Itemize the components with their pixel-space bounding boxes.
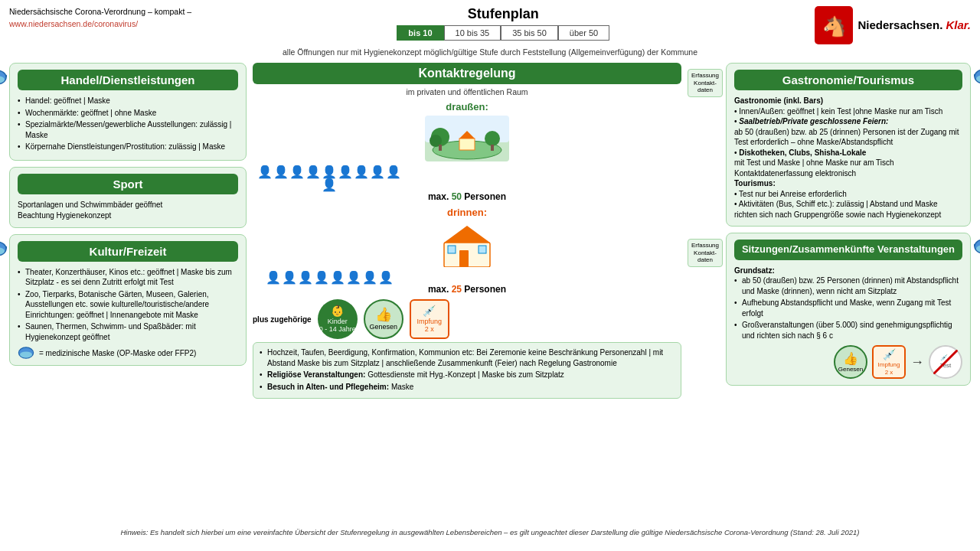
website-link[interactable]: www.niedersachsen.de/coronavirus/ <box>9 19 138 28</box>
draussen-label: draußen: <box>253 101 681 112</box>
gastronomie-card: Gastronomie/Tourismus Gastronomie (inkl.… <box>726 63 971 227</box>
plus-section: plus zugehörige 👶 Kinder 0 - 14 Jahre 👍 … <box>253 299 681 339</box>
svg-line-9 <box>6 246 7 249</box>
list-item: Handel: geöffnet | Maske <box>18 96 238 106</box>
sitzungen-content: Grundsatz: ab 50 (draußen) bzw. 25 Perso… <box>734 266 962 380</box>
svg-rect-26 <box>479 246 486 253</box>
gastronomie-title: Gastronomie/Tourismus <box>734 70 962 90</box>
svg-line-33 <box>974 244 975 246</box>
title-line1: Niedersächsische Corona-Verordnung – kom… <box>9 6 191 18</box>
gastronomie-wrapper: Erfassung Kontakt- daten Gastronomie/Tou… <box>726 63 971 227</box>
svg-line-5 <box>6 75 7 77</box>
list-item: Saunen, Thermen, Schwimm- und Spaßbäder:… <box>18 321 238 342</box>
sport-card: Sport Sportanlagen und Schwimmbäder geöf… <box>9 167 247 228</box>
sitzungen-card: Sitzungen/Zusammenkünfte Veranstaltungen… <box>726 233 971 386</box>
list-item: Theater, Konzerthäuser, Kinos etc.: geöf… <box>18 267 238 288</box>
genesen-tag-sitzungen: 👍 Genesen <box>834 345 867 379</box>
svg-rect-19 <box>491 145 494 151</box>
svg-point-18 <box>485 131 500 146</box>
header: Niedersächsische Corona-Verordnung – kom… <box>9 6 971 44</box>
kultur-list: Theater, Konzerthäuser, Kinos etc.: geöf… <box>18 267 238 343</box>
kontakt-bullet-list: Hochzeit, Taufen, Beerdigung, Konfirmati… <box>260 347 675 392</box>
impfung-tag-sitzungen: 💉 Impfung 2 x <box>872 345 906 379</box>
impfung-tag: 💉 Impfung 2 x <box>410 299 449 339</box>
svg-text:🐴: 🐴 <box>822 15 847 38</box>
list-item: Aufhebung Abstandspflicht und Maske, wen… <box>734 298 962 318</box>
kontakt-card: Kontaktregelung im privaten und öffentli… <box>253 63 681 399</box>
list-item: Großveranstaltungen (über 5.000) sind ge… <box>734 320 962 341</box>
kinder-tag: 👶 Kinder 0 - 14 Jahre <box>318 299 358 339</box>
tab-35-50[interactable]: 35 bis 50 <box>501 25 558 41</box>
list-item: Religiöse Veranstaltungen: Gottesdienste… <box>260 370 675 380</box>
logo-text: Niedersachsen. Klar. <box>858 18 971 32</box>
kultur-card: Kultur/Freizeit Theater, Konzerthäuser, … <box>9 234 247 367</box>
max-drinnen-label: max. 25 Personen <box>253 284 681 295</box>
kontakt-title: Kontaktregelung <box>253 63 681 84</box>
tab-10-35[interactable]: 10 bis 35 <box>444 25 501 41</box>
sitzungen-list: ab 50 (draußen) bzw. 25 Personen (drinne… <box>734 276 962 341</box>
stufenplan-title: Stufenplan <box>191 6 815 22</box>
stufenplan-tabs: bis 10 10 bis 35 35 bis 50 über 50 <box>191 25 815 41</box>
drinnen-label: drinnen: <box>253 207 681 218</box>
kontakt-subtitle: im privaten und öffentlichen Raum <box>253 87 681 96</box>
kultur-title: Kultur/Freizeit <box>18 241 238 262</box>
center-column: Kontaktregelung im privaten und öffentli… <box>253 63 681 525</box>
house-svg <box>436 221 498 267</box>
svg-line-29 <box>974 74 975 77</box>
header-center: Stufenplan bis 10 10 bis 35 35 bis 50 üb… <box>191 6 815 41</box>
max-draussen-label: max. 50 Personen <box>253 191 681 202</box>
mask-icon-handel <box>0 70 7 86</box>
niedersachsen-logo: 🐴 Niedersachsen. Klar. <box>815 6 971 44</box>
svg-rect-17 <box>439 145 442 151</box>
handel-card: Handel/Dienstleistungen Handel: geöffnet… <box>9 63 247 161</box>
right-column: Erfassung Kontakt- daten Gastronomie/Tou… <box>688 63 971 525</box>
list-item: ab 50 (draußen) bzw. 25 Personen (drinne… <box>734 276 962 296</box>
test-no-icon: 💉Test <box>929 345 962 379</box>
left-column: Handel/Dienstleistungen Handel: geöffnet… <box>9 63 247 525</box>
mask-icon-kultur <box>0 241 7 258</box>
list-item: Hochzeit, Taufen, Beerdigung, Konfirmati… <box>260 347 675 368</box>
horse-icon: 🐴 <box>815 6 853 44</box>
list-item: Zoo, Tierparks, Botanische Gärten, Musee… <box>18 289 238 321</box>
tab-über50[interactable]: über 50 <box>558 25 609 41</box>
sport-title: Sport <box>18 174 238 194</box>
svg-rect-25 <box>448 246 456 253</box>
main-grid: Handel/Dienstleistungen Handel: geöffnet… <box>9 63 971 525</box>
kontakt-bullets: Hochzeit, Taufen, Beerdigung, Konfirmati… <box>253 342 681 399</box>
subtitle: alle Öffnungen nur mit Hygienekonzept mö… <box>9 47 971 57</box>
erfassung-sitzungen: Erfassung Kontakt- daten <box>688 239 723 267</box>
list-item: Spezialmärkte/Messen/gewerbliche Ausstel… <box>18 119 238 140</box>
footer-note: Hinweis: Es handelt sich hierbei um eine… <box>9 528 971 536</box>
list-item: Körpernahe Dienstleistungen/Prostitution… <box>18 142 238 152</box>
header-right: 🐴 Niedersachsen. Klar. <box>815 6 971 44</box>
people-crowd-drinnen: 👤👤👤👤👤 👤👤👤 <box>253 272 406 284</box>
svg-rect-20 <box>459 139 475 150</box>
mask-legend: = medizinische Maske (OP-Maske oder FFP2… <box>18 347 238 359</box>
arrow-icon: → <box>910 353 924 371</box>
svg-point-11 <box>20 351 32 357</box>
mask-legend-icon <box>18 347 34 359</box>
mask-icon-gastro <box>974 69 980 86</box>
landscape-illustration <box>253 116 681 163</box>
sitzungen-title: Sitzungen/Zusammenkünfte Veranstaltungen <box>734 240 962 260</box>
mask-icon-sitzungen <box>974 239 980 256</box>
sport-text: Sportanlagen und Schwimmbäder geöffnet B… <box>18 200 238 221</box>
svg-rect-24 <box>459 250 469 267</box>
sitzungen-wrapper: Erfassung Kontakt- daten Sitzungen/Zusam… <box>726 233 971 386</box>
house-illustration <box>253 221 681 269</box>
header-left: Niedersächsische Corona-Verordnung – kom… <box>9 6 191 31</box>
list-item: Besuch in Alten- und Pflegeheim: Maske <box>260 382 675 393</box>
impfung-bottom-row: 👍 Genesen 💉 Impfung 2 x → <box>734 345 962 379</box>
genesen-tag: 👍 Genesen <box>364 299 403 339</box>
erfassung-gastronomie: Erfassung Kontakt- daten <box>688 69 723 97</box>
gastronomie-content: Gastronomie (inkl. Bars) • Innen/Außen: … <box>734 96 962 220</box>
tab-bis10[interactable]: bis 10 <box>397 25 443 41</box>
list-item: Wochenmärkte: geöffnet | ohne Maske <box>18 108 238 119</box>
handel-list: Handel: geöffnet | Maske Wochenmärkte: g… <box>18 96 238 152</box>
people-crowd-draussen: 👤👤👤👤👤 👤👤👤👤👤 <box>253 166 406 191</box>
landscape-svg <box>425 116 509 161</box>
handel-title: Handel/Dienstleistungen <box>18 70 238 90</box>
svg-marker-23 <box>444 226 490 243</box>
